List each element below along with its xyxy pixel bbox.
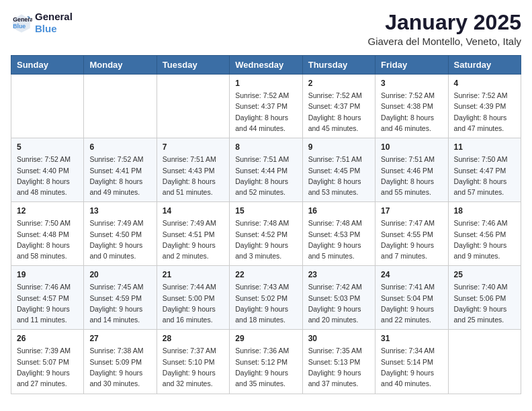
calendar-cell bbox=[448, 330, 521, 394]
sunset-label: Sunset: 4:50 PM bbox=[89, 230, 142, 238]
calendar-cell: 3 Sunrise: 7:52 AM Sunset: 4:38 PM Dayli… bbox=[375, 75, 448, 138]
sunrise-label: Sunrise: 7:46 AM bbox=[454, 219, 508, 227]
daylight-label: Daylight: 9 hours and 27 minutes. bbox=[17, 369, 70, 387]
calendar-cell: 17 Sunrise: 7:47 AM Sunset: 4:55 PM Dayl… bbox=[375, 202, 448, 266]
sunset-label: Sunset: 4:43 PM bbox=[163, 167, 215, 175]
location-title: Giavera del Montello, Veneto, Italy bbox=[368, 36, 521, 47]
calendar-cell: 29 Sunrise: 7:36 AM Sunset: 5:12 PM Dayl… bbox=[230, 330, 302, 394]
day-info: Sunrise: 7:51 AM Sunset: 4:46 PM Dayligh… bbox=[381, 154, 442, 197]
weekday-label: Wednesday bbox=[230, 56, 302, 75]
sunset-label: Sunset: 5:00 PM bbox=[163, 294, 215, 302]
sunrise-label: Sunrise: 7:50 AM bbox=[17, 219, 71, 227]
sunset-label: Sunset: 5:02 PM bbox=[235, 294, 287, 302]
sunrise-label: Sunrise: 7:43 AM bbox=[235, 283, 289, 291]
calendar-cell: 16 Sunrise: 7:48 AM Sunset: 4:53 PM Dayl… bbox=[302, 202, 375, 266]
calendar-cell: 9 Sunrise: 7:51 AM Sunset: 4:45 PM Dayli… bbox=[302, 138, 375, 202]
sunrise-label: Sunrise: 7:34 AM bbox=[381, 347, 435, 355]
calendar-cell: 20 Sunrise: 7:45 AM Sunset: 4:59 PM Dayl… bbox=[84, 266, 157, 330]
logo-icon: General Blue bbox=[11, 12, 32, 34]
day-number: 14 bbox=[163, 206, 224, 216]
daylight-label: Daylight: 9 hours and 40 minutes. bbox=[381, 369, 434, 387]
sunrise-label: Sunrise: 7:50 AM bbox=[454, 155, 508, 163]
daylight-label: Daylight: 8 hours and 47 minutes. bbox=[454, 113, 507, 132]
daylight-label: Daylight: 9 hours and 16 minutes. bbox=[163, 305, 216, 324]
daylight-label: Daylight: 8 hours and 44 minutes. bbox=[235, 113, 288, 132]
sunset-label: Sunset: 5:10 PM bbox=[163, 358, 215, 366]
calendar-cell: 25 Sunrise: 7:40 AM Sunset: 5:06 PM Dayl… bbox=[448, 266, 521, 330]
sunrise-label: Sunrise: 7:52 AM bbox=[17, 155, 71, 163]
daylight-label: Daylight: 9 hours and 5 minutes. bbox=[308, 241, 361, 260]
weekday-label: Saturday bbox=[448, 56, 521, 75]
sunrise-label: Sunrise: 7:42 AM bbox=[308, 283, 362, 291]
day-number: 29 bbox=[235, 334, 296, 343]
daylight-label: Daylight: 9 hours and 32 minutes. bbox=[163, 369, 216, 387]
sunrise-label: Sunrise: 7:35 AM bbox=[308, 347, 362, 355]
sunset-label: Sunset: 4:37 PM bbox=[235, 102, 287, 110]
day-info: Sunrise: 7:52 AM Sunset: 4:41 PM Dayligh… bbox=[89, 154, 150, 197]
daylight-label: Daylight: 9 hours and 11 minutes. bbox=[17, 305, 70, 324]
day-info: Sunrise: 7:39 AM Sunset: 5:07 PM Dayligh… bbox=[17, 345, 78, 389]
calendar-week-row: 19 Sunrise: 7:46 AM Sunset: 4:57 PM Dayl… bbox=[11, 266, 521, 330]
day-number: 7 bbox=[163, 142, 224, 152]
daylight-label: Daylight: 9 hours and 3 minutes. bbox=[235, 241, 288, 260]
day-info: Sunrise: 7:52 AM Sunset: 4:37 PM Dayligh… bbox=[308, 90, 369, 134]
calendar-cell: 28 Sunrise: 7:37 AM Sunset: 5:10 PM Dayl… bbox=[157, 330, 229, 394]
day-info: Sunrise: 7:52 AM Sunset: 4:40 PM Dayligh… bbox=[17, 154, 78, 197]
sunset-label: Sunset: 4:48 PM bbox=[17, 230, 69, 238]
daylight-label: Daylight: 9 hours and 25 minutes. bbox=[454, 305, 507, 324]
weekday-header-row: SundayMondayTuesdayWednesdayThursdayFrid… bbox=[11, 56, 521, 75]
day-number: 4 bbox=[454, 79, 515, 88]
sunrise-label: Sunrise: 7:51 AM bbox=[235, 155, 289, 163]
day-info: Sunrise: 7:45 AM Sunset: 4:59 PM Dayligh… bbox=[89, 281, 150, 325]
calendar-cell: 26 Sunrise: 7:39 AM Sunset: 5:07 PM Dayl… bbox=[11, 330, 84, 394]
day-info: Sunrise: 7:49 AM Sunset: 4:51 PM Dayligh… bbox=[163, 218, 224, 261]
day-info: Sunrise: 7:34 AM Sunset: 5:14 PM Dayligh… bbox=[381, 345, 442, 389]
sunrise-label: Sunrise: 7:48 AM bbox=[235, 219, 289, 227]
calendar-cell bbox=[157, 75, 229, 138]
sunset-label: Sunset: 5:14 PM bbox=[381, 358, 433, 366]
sunrise-label: Sunrise: 7:40 AM bbox=[454, 283, 508, 291]
calendar-cell: 22 Sunrise: 7:43 AM Sunset: 5:02 PM Dayl… bbox=[230, 266, 302, 330]
daylight-label: Daylight: 9 hours and 35 minutes. bbox=[235, 369, 288, 387]
daylight-label: Daylight: 9 hours and 7 minutes. bbox=[381, 241, 434, 260]
sunset-label: Sunset: 4:53 PM bbox=[308, 230, 361, 238]
sunset-label: Sunset: 5:03 PM bbox=[308, 294, 361, 302]
day-number: 22 bbox=[235, 270, 296, 279]
sunrise-label: Sunrise: 7:39 AM bbox=[17, 347, 71, 355]
day-info: Sunrise: 7:48 AM Sunset: 4:53 PM Dayligh… bbox=[308, 218, 369, 261]
day-number: 19 bbox=[17, 270, 78, 279]
weekday-label: Sunday bbox=[11, 56, 84, 75]
daylight-label: Daylight: 9 hours and 20 minutes. bbox=[308, 305, 361, 324]
day-number: 28 bbox=[163, 334, 224, 343]
day-info: Sunrise: 7:51 AM Sunset: 4:43 PM Dayligh… bbox=[163, 154, 224, 197]
calendar-cell: 6 Sunrise: 7:52 AM Sunset: 4:41 PM Dayli… bbox=[84, 138, 157, 202]
day-number: 23 bbox=[308, 270, 369, 279]
sunrise-label: Sunrise: 7:52 AM bbox=[381, 91, 435, 99]
sunset-label: Sunset: 4:46 PM bbox=[381, 167, 433, 175]
sunset-label: Sunset: 4:47 PM bbox=[454, 167, 506, 175]
day-number: 30 bbox=[308, 334, 369, 343]
calendar-cell: 24 Sunrise: 7:41 AM Sunset: 5:04 PM Dayl… bbox=[375, 266, 448, 330]
day-info: Sunrise: 7:52 AM Sunset: 4:37 PM Dayligh… bbox=[235, 90, 296, 134]
daylight-label: Daylight: 8 hours and 49 minutes. bbox=[89, 177, 142, 196]
day-number: 31 bbox=[381, 334, 442, 343]
sunrise-label: Sunrise: 7:49 AM bbox=[89, 219, 143, 227]
sunset-label: Sunset: 4:45 PM bbox=[308, 167, 361, 175]
sunrise-label: Sunrise: 7:52 AM bbox=[308, 91, 362, 99]
logo-text: General Blue bbox=[35, 11, 73, 35]
daylight-label: Daylight: 8 hours and 52 minutes. bbox=[235, 177, 288, 196]
day-number: 25 bbox=[454, 270, 515, 279]
calendar-cell bbox=[11, 75, 84, 138]
sunset-label: Sunset: 5:04 PM bbox=[381, 294, 433, 302]
day-info: Sunrise: 7:37 AM Sunset: 5:10 PM Dayligh… bbox=[163, 345, 224, 389]
sunrise-label: Sunrise: 7:36 AM bbox=[235, 347, 289, 355]
day-number: 8 bbox=[235, 142, 296, 152]
day-info: Sunrise: 7:52 AM Sunset: 4:38 PM Dayligh… bbox=[381, 90, 442, 134]
sunset-label: Sunset: 4:38 PM bbox=[381, 102, 433, 110]
sunset-label: Sunset: 4:44 PM bbox=[235, 167, 287, 175]
sunrise-label: Sunrise: 7:48 AM bbox=[308, 219, 362, 227]
sunset-label: Sunset: 4:52 PM bbox=[235, 230, 287, 238]
sunrise-label: Sunrise: 7:52 AM bbox=[454, 91, 508, 99]
sunrise-label: Sunrise: 7:51 AM bbox=[308, 155, 362, 163]
sunrise-label: Sunrise: 7:51 AM bbox=[163, 155, 216, 163]
